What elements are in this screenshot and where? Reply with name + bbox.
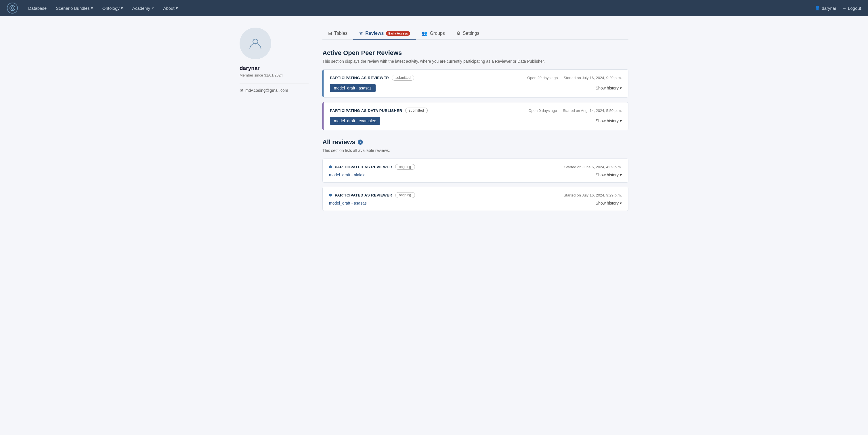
all-reviews-desc: This section lists all available reviews… (322, 148, 628, 153)
logout-icon: → (842, 6, 846, 11)
sidebar-member-since: Member since 31/01/2024 (240, 73, 309, 77)
review-time: Open 0 days ago — Started on Aug. 14, 20… (529, 108, 622, 113)
publisher-role-label: PARTICIPATING AS DATA PUBLISHER (330, 108, 402, 113)
role-label: PARTICIPATED AS REVIEWER (335, 193, 392, 197)
status-dot (329, 165, 332, 168)
nav-about[interactable]: About ▾ (160, 3, 181, 13)
tab-reviews[interactable]: ☆ Reviews Early Access (353, 28, 416, 40)
role-label: PARTICIPATED AS REVIEWER (335, 165, 392, 169)
sidebar-email: ✉ mdv.coding@gmail.com (240, 88, 309, 93)
active-review-card-publisher: PARTICIPATING AS DATA PUBLISHER submitte… (322, 102, 628, 130)
chevron-down-icon: ▾ (91, 5, 93, 11)
show-history-button[interactable]: Show history ▾ (596, 86, 622, 90)
tab-settings[interactable]: ⚙ Settings (451, 28, 485, 40)
nav-database[interactable]: Database (25, 3, 50, 13)
nav-scenario-bundles[interactable]: Scenario Bundles ▾ (52, 3, 97, 13)
email-icon: ✉ (240, 88, 243, 93)
ongoing-badge: ongoing (395, 164, 415, 170)
show-history-button[interactable]: Show history ▾ (596, 173, 622, 177)
review-card-header: PARTICIPATING AS DATA PUBLISHER submitte… (330, 107, 622, 113)
review-card-footer: model_draft - asasas Show history ▾ (330, 84, 622, 92)
status-dot (329, 194, 332, 196)
all-review-card-1: PARTICIPATED AS REVIEWER ongoing Started… (322, 158, 628, 183)
role-row: PARTICIPATING AS REVIEWER submitted (330, 75, 414, 81)
reviewer-role-label: PARTICIPATING AS REVIEWER (330, 76, 389, 80)
sidebar-divider (240, 83, 309, 84)
chevron-down-icon: ▾ (620, 86, 622, 90)
all-review-card-2: PARTICIPATED AS REVIEWER ongoing Started… (322, 187, 628, 211)
chevron-down-icon: ▾ (176, 5, 178, 11)
ongoing-badge: ongoing (395, 192, 415, 198)
active-reviews-title: Active Open Peer Reviews (322, 49, 628, 57)
role-row: PARTICIPATED AS REVIEWER ongoing (329, 192, 415, 198)
all-review-footer: model_draft - asasas Show history ▾ (329, 201, 622, 206)
avatar (240, 28, 271, 59)
sidebar-username: darynar (240, 65, 309, 71)
chevron-down-icon: ▾ (620, 119, 622, 123)
all-reviews-title-row: All reviews i (322, 138, 628, 146)
nav-academy[interactable]: Academy ↗ (129, 3, 158, 13)
user-icon: 👤 (815, 5, 820, 11)
nav-links: Database Scenario Bundles ▾ Ontology ▾ A… (25, 3, 815, 13)
review-time: Started on June 6, 2024, 4:39 p.m. (564, 165, 622, 169)
star-icon: ☆ (359, 31, 363, 36)
svg-point-1 (11, 7, 13, 9)
external-link-icon: ↗ (151, 6, 154, 10)
role-row: PARTICIPATED AS REVIEWER ongoing (329, 164, 415, 170)
show-history-button[interactable]: Show history ▾ (596, 119, 622, 123)
all-reviews-title: All reviews (322, 138, 355, 146)
review-time: Started on July 16, 2024, 9:29 p.m. (564, 193, 622, 197)
tab-tables[interactable]: ⊞ Tables (322, 28, 353, 40)
status-badge: submitted (405, 107, 428, 113)
review-card-header: PARTICIPATING AS REVIEWER submitted Open… (330, 75, 622, 81)
table-icon: ⊞ (328, 31, 332, 36)
all-review-header: PARTICIPATED AS REVIEWER ongoing Started… (329, 164, 622, 170)
model-link[interactable]: model_draft - alalala (329, 173, 366, 177)
groups-icon: 👥 (422, 31, 427, 36)
site-logo[interactable] (7, 3, 18, 13)
nav-ontology[interactable]: Ontology ▾ (99, 3, 127, 13)
model-tag[interactable]: model_draft - examplee (330, 117, 380, 125)
page-layout: darynar Member since 31/01/2024 ✉ mdv.co… (233, 16, 635, 226)
settings-icon: ⚙ (457, 31, 461, 36)
sidebar: darynar Member since 31/01/2024 ✉ mdv.co… (240, 28, 309, 215)
model-link[interactable]: model_draft - asasas (329, 201, 367, 206)
chevron-down-icon: ▾ (620, 201, 622, 206)
chevron-down-icon: ▾ (620, 173, 622, 177)
model-tag[interactable]: model_draft - asasas (330, 84, 376, 92)
navbar: Database Scenario Bundles ▾ Ontology ▾ A… (0, 0, 868, 16)
review-card-footer: model_draft - examplee Show history ▾ (330, 117, 622, 125)
user-link[interactable]: 👤 darynar (815, 5, 836, 11)
status-badge: submitted (392, 75, 414, 81)
active-review-card-reviewer: PARTICIPATING AS REVIEWER submitted Open… (322, 69, 628, 97)
all-review-footer: model_draft - alalala Show history ▾ (329, 173, 622, 177)
early-access-badge: Early Access (386, 31, 410, 36)
role-row: PARTICIPATING AS DATA PUBLISHER submitte… (330, 107, 428, 113)
review-time: Open 29 days ago — Started on July 16, 2… (527, 76, 622, 80)
chevron-down-icon: ▾ (121, 5, 123, 11)
all-review-header: PARTICIPATED AS REVIEWER ongoing Started… (329, 192, 622, 198)
navbar-right: 👤 darynar → Logout (815, 5, 861, 11)
info-icon[interactable]: i (358, 139, 363, 145)
tabs-bar: ⊞ Tables ☆ Reviews Early Access 👥 Groups… (322, 28, 628, 40)
active-reviews-desc: This section displays the review with th… (322, 59, 628, 64)
tab-groups[interactable]: 👥 Groups (416, 28, 451, 40)
main-content: ⊞ Tables ☆ Reviews Early Access 👥 Groups… (322, 28, 628, 215)
show-history-button[interactable]: Show history ▾ (596, 201, 622, 206)
logout-link[interactable]: → Logout (842, 6, 861, 11)
